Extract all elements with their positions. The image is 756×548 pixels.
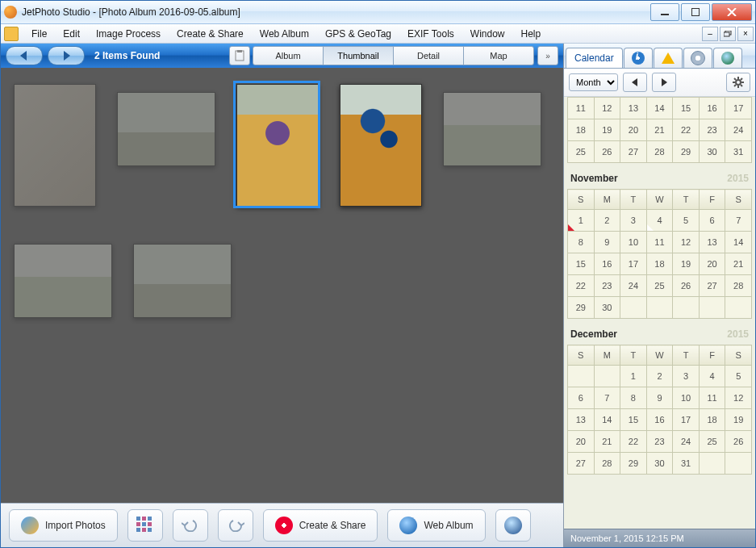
side-tab-favorites[interactable]	[654, 48, 683, 68]
calendar-day[interactable]: 3	[620, 210, 647, 232]
calendar-day[interactable]: 13	[699, 232, 725, 253]
calendar-day[interactable]: 27	[568, 453, 595, 475]
calendar-day[interactable]: 16	[646, 409, 673, 431]
calendar-day[interactable]: 21	[594, 431, 620, 453]
calendar-day[interactable]: 7	[594, 387, 620, 409]
calendar-day[interactable]: 13	[568, 409, 595, 431]
menu-gps-geotag[interactable]: GPS & GeoTag	[317, 26, 399, 42]
calendar-day[interactable]: 8	[568, 232, 595, 253]
google-earth-button[interactable]	[495, 509, 531, 542]
calendar-day[interactable]: 26	[594, 141, 620, 163]
side-tab-info[interactable]	[624, 48, 653, 68]
nav-forward-button[interactable]	[48, 46, 85, 65]
calendar-day[interactable]: 9	[646, 387, 673, 409]
calendar-mode-select[interactable]: Month	[569, 73, 618, 91]
thumbnail-photo-2[interactable]	[117, 84, 214, 173]
thumbnail-photo-5[interactable]	[443, 84, 540, 173]
mdi-icon[interactable]	[4, 27, 19, 41]
menu-create-share[interactable]: Create & Share	[169, 26, 252, 42]
calendar-day[interactable]: 1	[568, 210, 595, 232]
mdi-restore-button[interactable]	[720, 27, 736, 41]
calendar-day[interactable]: 20	[568, 431, 595, 453]
calendar-day[interactable]: 26	[673, 275, 700, 297]
calendar-next-button[interactable]	[652, 73, 676, 92]
maximize-button[interactable]	[681, 3, 710, 21]
calendar-day[interactable]: 13	[620, 98, 647, 119]
calendar-day[interactable]: 20	[620, 119, 647, 141]
clipboard-icon[interactable]	[229, 46, 250, 65]
calendar-day[interactable]: 23	[594, 275, 620, 297]
calendar-day[interactable]: 14	[725, 232, 752, 253]
calendar-day[interactable]: 23	[699, 119, 725, 141]
calendar-day[interactable]: 23	[646, 431, 673, 453]
calendar-day[interactable]: 12	[725, 387, 752, 409]
calendar-day[interactable]: 4	[646, 210, 673, 232]
toolbar-more-icon[interactable]: »	[537, 46, 558, 65]
calendar-day[interactable]: 10	[620, 232, 647, 253]
calendar-day[interactable]: 2	[594, 210, 620, 232]
web-album-button[interactable]: Web Album	[387, 509, 485, 542]
calendar-day[interactable]: 25	[699, 431, 725, 453]
calendar-day[interactable]: 25	[568, 141, 595, 163]
calendar-day[interactable]: 26	[725, 431, 752, 453]
calendar-scroll[interactable]: 1112131415161718192021222324252627282930…	[564, 97, 755, 529]
calendar-day[interactable]: 22	[673, 119, 700, 141]
nav-back-button[interactable]	[6, 46, 43, 65]
calendar-day[interactable]: 12	[594, 98, 620, 119]
thumbnail-photo-1[interactable]	[14, 84, 94, 205]
side-tab-recent[interactable]	[683, 48, 712, 68]
tab-album[interactable]: Album	[253, 46, 324, 65]
import-photos-button[interactable]: Import Photos	[9, 509, 118, 542]
calendar-day[interactable]: 14	[594, 409, 620, 431]
calendar-day[interactable]: 24	[725, 119, 752, 141]
calendar-day[interactable]: 4	[699, 366, 725, 387]
calendar-day[interactable]: 15	[673, 98, 700, 119]
calendar-day[interactable]: 21	[646, 119, 673, 141]
menu-edit[interactable]: Edit	[55, 26, 88, 42]
calendar-day[interactable]: 28	[594, 453, 620, 475]
calendar-day[interactable]: 3	[673, 366, 700, 387]
calendar-day[interactable]: 22	[568, 275, 595, 297]
calendar-day[interactable]: 28	[725, 275, 752, 297]
calendar-day[interactable]: 11	[646, 232, 673, 253]
calendar-day[interactable]: 17	[620, 253, 647, 275]
calendar-day[interactable]: 28	[646, 141, 673, 163]
calendar-day[interactable]: 17	[725, 98, 752, 119]
calendar-day[interactable]: 5	[725, 366, 752, 387]
tab-detail[interactable]: Detail	[393, 46, 464, 65]
calendar-day[interactable]: 27	[699, 275, 725, 297]
mdi-minimize-button[interactable]: –	[702, 27, 718, 41]
tab-thumbnail[interactable]: Thumbnail	[323, 46, 394, 65]
calendar-day[interactable]: 30	[646, 453, 673, 475]
calendar-day[interactable]: 22	[620, 431, 647, 453]
calendar-day[interactable]: 29	[673, 141, 700, 163]
calendar-day[interactable]: 19	[673, 253, 700, 275]
arrange-button[interactable]	[127, 509, 163, 542]
calendar-day[interactable]: 30	[594, 297, 620, 319]
menu-file[interactable]: File	[23, 26, 55, 42]
calendar-day[interactable]: 27	[620, 141, 647, 163]
menu-help[interactable]: Help	[513, 26, 549, 42]
calendar-day[interactable]: 24	[673, 431, 700, 453]
calendar-day[interactable]: 29	[620, 453, 647, 475]
tab-map[interactable]: Map	[463, 46, 534, 65]
menu-image-process[interactable]: Image Process	[88, 26, 169, 42]
calendar-day[interactable]: 15	[620, 409, 647, 431]
thumbnail-photo-7[interactable]	[133, 236, 230, 324]
calendar-day[interactable]: 31	[725, 141, 752, 163]
thumbnail-photo-6[interactable]	[14, 236, 111, 324]
calendar-day[interactable]: 5	[673, 210, 700, 232]
calendar-day[interactable]: 19	[725, 409, 752, 431]
calendar-day[interactable]: 10	[673, 387, 700, 409]
calendar-day[interactable]: 9	[594, 232, 620, 253]
calendar-day[interactable]: 12	[673, 232, 700, 253]
calendar-day[interactable]: 6	[699, 210, 725, 232]
calendar-day[interactable]: 31	[673, 453, 700, 475]
calendar-day[interactable]: 2	[646, 366, 673, 387]
calendar-day[interactable]: 19	[594, 119, 620, 141]
mdi-close-button[interactable]: ×	[737, 27, 754, 41]
calendar-day[interactable]: 8	[620, 387, 647, 409]
calendar-day[interactable]: 30	[699, 141, 725, 163]
menu-exif-tools[interactable]: EXIF Tools	[399, 26, 462, 42]
calendar-day[interactable]: 6	[568, 387, 595, 409]
